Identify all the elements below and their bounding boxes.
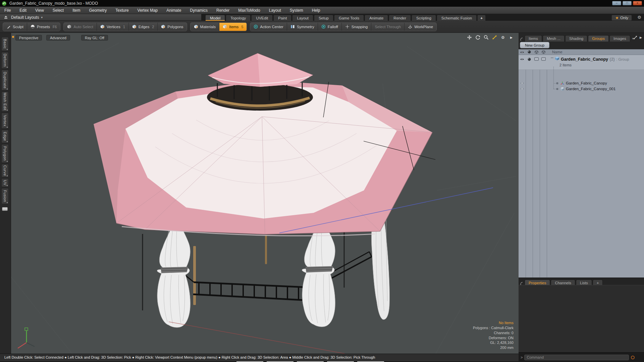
gear-icon[interactable]: ⚙ <box>637 15 641 20</box>
select-through-button[interactable]: Select Through <box>371 23 405 31</box>
sidebar-tab-deform[interactable]: Deform <box>1 52 9 69</box>
minimize-button[interactable]: – <box>612 1 621 5</box>
sidebar-tab-duplicate[interactable]: Duplicate <box>1 70 9 90</box>
group-checkbox-2[interactable] <box>541 57 546 61</box>
tab-schematic-fusion[interactable]: Schematic Fusion <box>437 15 477 21</box>
menu-animate[interactable]: Animate <box>162 8 185 13</box>
pan-icon[interactable] <box>467 35 472 40</box>
expander-icon[interactable] <box>551 58 553 58</box>
panel-corner-icon[interactable] <box>520 37 523 41</box>
only-filter-button[interactable]: ★ Only <box>611 15 632 21</box>
maximize-button[interactable]: □ <box>623 1 632 5</box>
list-item-locator[interactable]: Garden_Fabric_Canopy <box>519 80 644 86</box>
raygl-button[interactable]: Ray GL: Off <box>81 35 108 41</box>
gear-icon[interactable]: ⚙ <box>500 35 506 40</box>
view-mode-button[interactable]: Perspective <box>15 35 42 41</box>
action-center-button[interactable]: Action Center <box>250 23 287 31</box>
menu-file[interactable]: File <box>0 8 15 13</box>
sidebar-tab-polygon[interactable]: Polygon <box>1 144 9 163</box>
viewport-menu-icon[interactable]: ▶ <box>508 35 514 40</box>
group-name: Garden_Fabric_Canopy <box>561 57 608 62</box>
tab-model[interactable]: Model <box>205 15 225 21</box>
tab-topology[interactable]: Topology <box>226 15 251 21</box>
items-mode-button[interactable]: Items 5 <box>219 23 247 31</box>
menu-geometry[interactable]: Geometry <box>85 8 111 13</box>
sidebar-tab-basic[interactable]: Basic <box>1 37 9 51</box>
render-toggle-icon[interactable] <box>527 57 531 61</box>
materials-mode-button[interactable]: Materials <box>191 23 220 31</box>
record-icon[interactable] <box>631 356 635 359</box>
command-input[interactable] <box>524 355 629 360</box>
rotate-icon[interactable] <box>475 35 481 40</box>
tab-game-tools[interactable]: Game Tools <box>334 15 364 21</box>
menu-item[interactable]: Item <box>68 8 85 13</box>
tab-setup[interactable]: Setup <box>314 15 333 21</box>
snapping-icon <box>345 24 350 29</box>
presets-label: Presets <box>37 25 50 29</box>
tab-items[interactable]: Items <box>525 35 542 42</box>
menu-maxtomodo[interactable]: MaxToModo <box>234 8 264 13</box>
group-checkbox-1[interactable] <box>534 57 539 61</box>
sidebar-tab-edge[interactable]: Edge <box>1 130 9 143</box>
group-name-line: Garden_Fabric_Canopy (2) : Group <box>561 56 629 62</box>
symmetry-button[interactable]: Symmetry <box>287 23 318 31</box>
vertices-mode-button[interactable]: Vertices 1 <box>97 23 129 31</box>
presets-button[interactable]: Presets F6 <box>27 23 60 31</box>
panel-menu-icon[interactable]: ▶ <box>640 36 642 39</box>
sidebar-tab-curve[interactable]: Curve <box>1 164 9 177</box>
cube-items-icon <box>223 24 227 29</box>
tab-paint[interactable]: Paint <box>273 15 291 21</box>
sidebar-tab-mesh-edit[interactable]: Mesh Edit <box>1 92 9 112</box>
menu-select[interactable]: Select <box>48 8 68 13</box>
expand-panel-icon[interactable] <box>633 36 637 40</box>
visibility-toggle-icon[interactable] <box>520 57 524 61</box>
menu-texture[interactable]: Texture <box>111 8 133 13</box>
scale-view-icon[interactable] <box>492 35 497 40</box>
falloff-button[interactable]: Falloff <box>318 23 342 31</box>
list-item-mesh[interactable]: Garden_Fabric_Canopy_001 <box>519 86 644 92</box>
menu-render[interactable]: Render <box>212 8 234 13</box>
tab-images[interactable]: Images <box>609 35 630 42</box>
sidebar-tab-uv[interactable]: UV <box>1 178 9 187</box>
shading-mode-button[interactable]: Advanced <box>46 35 70 41</box>
tab-layout[interactable]: Layout <box>292 15 313 21</box>
close-button[interactable]: × <box>633 1 642 5</box>
menu-edit[interactable]: Edit <box>15 8 31 13</box>
panel-corner-icon[interactable] <box>520 282 523 285</box>
tab-animate[interactable]: Animate <box>365 15 388 21</box>
group-row[interactable]: Garden_Fabric_Canopy (2) : Group 2 Items <box>519 55 644 70</box>
groups-panel-icons: ▶ <box>633 36 642 40</box>
viewport-thumb-icon[interactable] <box>12 36 14 38</box>
add-tab-button[interactable]: + <box>477 15 486 21</box>
info-gl-count: GL: 2,428,160 <box>473 340 514 345</box>
sidebar-palette-icon[interactable] <box>2 207 8 211</box>
falloff-label: Falloff <box>328 25 338 29</box>
auto-select-button[interactable]: Auto Select <box>64 23 97 31</box>
tab-groups[interactable]: Groups <box>588 35 609 42</box>
sculpt-button[interactable]: Sculpt <box>3 23 27 31</box>
workplane-button[interactable]: WorkPlane <box>405 23 436 31</box>
menu-vertex-map[interactable]: Vertex Map <box>133 8 162 13</box>
visibility-toggle-icon[interactable] <box>520 87 524 91</box>
viewport-3d[interactable]: Perspective Advanced Ray GL: Off ⚙ ▶ No … <box>11 33 519 354</box>
zoom-icon[interactable] <box>483 35 489 40</box>
menu-view[interactable]: View <box>31 8 48 13</box>
tab-render[interactable]: Render <box>389 15 411 21</box>
tab-uvedit[interactable]: UVEdit <box>251 15 273 21</box>
tab-shading[interactable]: Shading <box>565 35 587 42</box>
new-group-button[interactable]: New Group <box>520 42 549 48</box>
edges-mode-button[interactable]: Edges 2 <box>129 23 158 31</box>
sidebar-tab-vertex[interactable]: Vertex <box>1 113 9 129</box>
menu-layout[interactable]: Layout <box>265 8 285 13</box>
star-icon: ★ <box>615 16 619 20</box>
menu-dynamics[interactable]: Dynamics <box>185 8 212 13</box>
menu-help[interactable]: Help <box>308 8 325 13</box>
tab-mesh-ops[interactable]: Mesh ... <box>543 35 565 42</box>
tab-scripting[interactable]: Scripting <box>412 15 436 21</box>
menu-system[interactable]: System <box>285 8 308 13</box>
visibility-toggle-icon[interactable] <box>520 81 524 85</box>
snapping-button[interactable]: Snapping <box>342 23 372 31</box>
sidebar-tab-fusion[interactable]: Fusion <box>1 188 9 204</box>
default-layouts-control[interactable]: Default Layouts ▾ <box>0 14 201 21</box>
polygons-mode-button[interactable]: Polygons <box>158 23 186 31</box>
